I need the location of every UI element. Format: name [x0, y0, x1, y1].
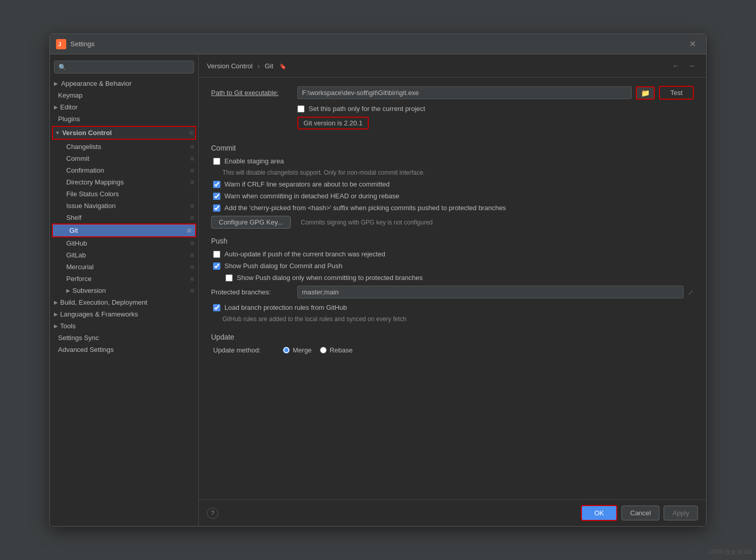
close-button[interactable]: ✕	[685, 37, 700, 51]
set-path-checkbox[interactable]	[297, 105, 305, 113]
sidebar-item-label: Directory Mappings	[66, 178, 124, 186]
add-suffix-label[interactable]: Add the 'cherry-picked from <hash>' suff…	[224, 204, 506, 212]
nav-arrows: ← →	[669, 61, 698, 71]
protected-branches-input[interactable]	[297, 286, 684, 298]
sidebar-item-label: Mercurial	[66, 263, 93, 271]
gpg-row: Configure GPG Key... Commits signing wit…	[211, 216, 694, 229]
breadcrumb-current: Git	[264, 62, 273, 70]
sidebar-item-tools[interactable]: ▶ Tools	[50, 320, 198, 332]
sidebar-item-commit[interactable]: Commit ⊞	[50, 153, 198, 164]
sidebar-item-advanced-settings[interactable]: Advanced Settings	[50, 344, 198, 356]
sidebar-item-label: Advanced Settings	[58, 346, 114, 353]
rebase-option[interactable]: Rebase	[320, 346, 353, 354]
enable-staging-label[interactable]: Enable staging area	[224, 157, 284, 165]
sidebar-item-build[interactable]: ▶ Build, Execution, Deployment	[50, 296, 198, 308]
content-area: 🔍 ▶ Appearance & Behavior Keymap ▶ Edito…	[50, 54, 706, 526]
page-icon: ⊞	[190, 203, 194, 209]
sidebar-item-editor[interactable]: ▶ Editor	[50, 101, 198, 113]
apply-button[interactable]: Apply	[664, 506, 698, 520]
sidebar-item-gitlab[interactable]: GitLab ⊞	[50, 249, 198, 261]
main-panel: Version Control › Git 🔖 ← → Path to Git …	[199, 54, 706, 526]
update-method-label: Update method:	[213, 346, 275, 354]
sidebar-item-languages[interactable]: ▶ Languages & Frameworks	[50, 308, 198, 320]
warn-crlf-label[interactable]: Warn if CRLF line separators are about t…	[224, 180, 390, 188]
page-icon: ⊞	[190, 144, 194, 150]
help-button[interactable]: ?	[207, 508, 218, 519]
breadcrumb: Version Control › Git 🔖	[207, 62, 287, 70]
sidebar-item-confirmation[interactable]: Confirmation ⊞	[50, 164, 198, 176]
rebase-label[interactable]: Rebase	[330, 346, 353, 354]
titlebar: J Settings ✕	[50, 34, 706, 54]
sidebar: 🔍 ▶ Appearance & Behavior Keymap ▶ Edito…	[50, 54, 199, 526]
add-suffix-checkbox[interactable]	[213, 204, 220, 212]
sidebar-item-version-control[interactable]: ▼ Version Control ⊞	[52, 126, 196, 140]
page-icon: ⊞	[190, 179, 194, 185]
show-push-dialog-label[interactable]: Show Push dialog for Commit and Push	[224, 262, 343, 270]
sidebar-item-label: GitHub	[66, 239, 87, 247]
sidebar-item-git[interactable]: Git ⊞	[52, 223, 196, 237]
load-github-rules-checkbox[interactable]	[213, 304, 220, 311]
test-button[interactable]: Test	[659, 86, 694, 100]
configure-gpg-button[interactable]: Configure GPG Key...	[211, 216, 291, 229]
sidebar-item-appearance[interactable]: ▶ Appearance & Behavior	[50, 78, 198, 89]
auto-update-label[interactable]: Auto-update if push of the current branc…	[224, 250, 385, 258]
sidebar-item-issue-navigation[interactable]: Issue Navigation ⊞	[50, 200, 198, 212]
sidebar-item-subversion[interactable]: ▶ Subversion ⊞	[50, 285, 198, 296]
sidebar-item-file-status-colors[interactable]: File Status Colors	[50, 188, 198, 200]
enable-staging-checkbox[interactable]	[213, 158, 220, 165]
protected-branches-row: Protected branches: ⤢	[211, 286, 694, 298]
show-push-protected-label[interactable]: Show Push dialog only when committing to…	[237, 274, 423, 282]
forward-button[interactable]: →	[685, 61, 698, 71]
warn-crlf-checkbox[interactable]	[213, 181, 220, 188]
sidebar-item-settings-sync[interactable]: Settings Sync	[50, 332, 198, 344]
load-github-rules-label[interactable]: Load branch protection rules from GitHub	[224, 304, 347, 311]
sidebar-item-label: Confirmation	[66, 166, 104, 174]
sidebar-item-plugins[interactable]: Plugins	[50, 113, 198, 125]
show-push-protected-row: Show Push dialog only when committing to…	[211, 274, 694, 282]
expand-icon[interactable]: ⤢	[688, 288, 694, 296]
merge-option[interactable]: Merge	[283, 346, 312, 354]
page-icon: ⊞	[189, 130, 193, 136]
sidebar-item-label: Appearance & Behavior	[61, 80, 131, 87]
protected-branches-label: Protected branches:	[211, 288, 293, 296]
set-path-label[interactable]: Set this path only for the current proje…	[309, 105, 425, 113]
show-push-protected-checkbox[interactable]	[225, 274, 233, 282]
warn-detached-row: Warn when committing in detached HEAD or…	[211, 192, 694, 200]
sidebar-item-directory-mappings[interactable]: Directory Mappings ⊞	[50, 176, 198, 188]
folder-button[interactable]: 📁	[636, 86, 655, 100]
merge-radio[interactable]	[283, 347, 290, 353]
git-path-input[interactable]	[297, 86, 632, 99]
sidebar-item-keymap[interactable]: Keymap	[50, 89, 198, 101]
sidebar-item-mercurial[interactable]: Mercurial ⊞	[50, 261, 198, 273]
sidebar-item-label: Plugins	[58, 115, 80, 123]
sidebar-item-perforce[interactable]: Perforce ⊞	[50, 273, 198, 285]
back-button[interactable]: ←	[669, 61, 683, 71]
search-input[interactable]	[69, 63, 190, 71]
sidebar-item-github[interactable]: GitHub ⊞	[50, 237, 198, 249]
breadcrumb-separator: ›	[258, 62, 260, 70]
auto-update-checkbox[interactable]	[213, 251, 220, 258]
sidebar-item-label: Perforce	[66, 275, 91, 283]
sidebar-item-shelf[interactable]: Shelf ⊞	[50, 212, 198, 223]
warn-crlf-row: Warn if CRLF line separators are about t…	[211, 180, 694, 188]
page-icon: ⊞	[190, 288, 194, 293]
arrow-icon: ▶	[54, 81, 58, 86]
warn-detached-checkbox[interactable]	[213, 193, 220, 200]
show-push-dialog-checkbox[interactable]	[213, 263, 220, 270]
auto-update-row: Auto-update if push of the current branc…	[211, 250, 694, 258]
page-icon: ⊞	[190, 167, 194, 173]
arrow-icon: ▶	[54, 104, 58, 110]
rebase-radio[interactable]	[320, 347, 327, 353]
enable-staging-row: Enable staging area	[211, 157, 694, 165]
git-path-label: Path to Git executable:	[211, 89, 293, 97]
arrow-icon: ▶	[66, 288, 70, 293]
cancel-button[interactable]: Cancel	[621, 506, 659, 520]
git-path-row: Path to Git executable: 📁 Test	[211, 86, 694, 100]
ok-button[interactable]: OK	[581, 505, 617, 521]
merge-label[interactable]: Merge	[293, 346, 312, 354]
sidebar-item-changelists[interactable]: Changelists ⊞	[50, 141, 198, 153]
update-method-row: Update method: Merge Rebase	[211, 346, 694, 354]
arrow-icon: ▼	[55, 130, 60, 136]
page-icon: ⊞	[190, 156, 194, 161]
warn-detached-label[interactable]: Warn when committing in detached HEAD or…	[224, 192, 400, 200]
